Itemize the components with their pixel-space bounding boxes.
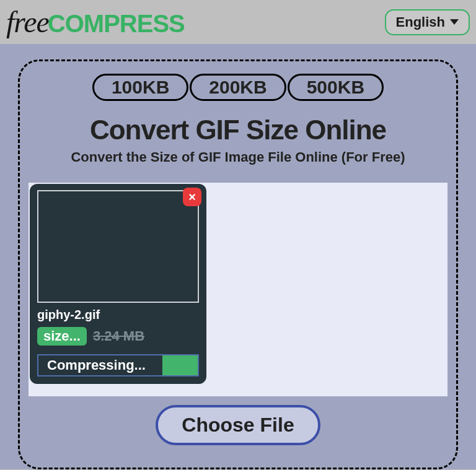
- compressed-size-badge: size...: [37, 327, 87, 346]
- original-size: 3.24 MB: [93, 328, 144, 344]
- size-row: size... 3.24 MB: [37, 327, 199, 346]
- page-title: Convert GIF Size Online: [20, 115, 456, 146]
- progress-label: Compressing...: [38, 357, 146, 373]
- language-label: English: [396, 14, 445, 30]
- preset-100kb[interactable]: 100KB: [92, 74, 188, 101]
- file-card: × giphy-2.gif size... 3.24 MB Compressin…: [30, 184, 206, 384]
- preset-200kb[interactable]: 200KB: [190, 74, 286, 101]
- file-thumbnail: ×: [37, 190, 199, 303]
- file-name: giphy-2.gif: [37, 308, 199, 322]
- size-presets: 100KB 200KB 500KB: [20, 74, 456, 101]
- logo-compress-text: COMPRESS: [48, 10, 185, 38]
- language-selector[interactable]: English: [385, 9, 470, 35]
- remove-file-button[interactable]: ×: [183, 188, 201, 206]
- progress-bar: Compressing...: [37, 354, 199, 376]
- caret-down-icon: [450, 19, 459, 25]
- file-stage: × giphy-2.gif size... 3.24 MB Compressin…: [29, 183, 447, 396]
- header: free COMPRESS English: [0, 0, 476, 44]
- choose-file-button[interactable]: Choose File: [156, 405, 320, 445]
- brand-logo: free COMPRESS: [6, 5, 185, 39]
- page-subtitle: Convert the Size of GIF Image File Onlin…: [20, 149, 456, 165]
- close-icon: ×: [188, 191, 196, 203]
- preset-500kb[interactable]: 500KB: [288, 74, 384, 101]
- upload-panel: 100KB 200KB 500KB Convert GIF Size Onlin…: [18, 59, 458, 469]
- logo-free-text: free: [6, 5, 49, 39]
- page-container: 100KB 200KB 500KB Convert GIF Size Onlin…: [0, 44, 476, 469]
- progress-fill: [162, 355, 198, 375]
